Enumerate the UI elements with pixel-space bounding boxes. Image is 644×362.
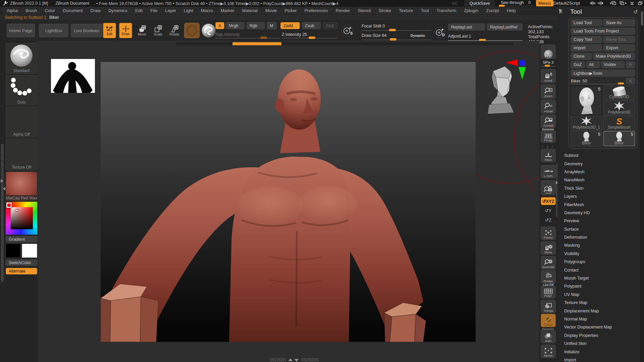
menu-item[interactable]: File — [147, 7, 161, 14]
tool-section-item[interactable]: Contact — [564, 266, 631, 274]
move-3d-button[interactable]: Move — [541, 241, 556, 255]
color-a-button[interactable]: A — [215, 22, 224, 29]
load-tools-from-project-button[interactable]: Load Tools From Project — [571, 28, 635, 35]
menu-item[interactable]: Movie — [262, 7, 280, 14]
frame-button[interactable]: Frame — [541, 227, 556, 240]
rgb-intensity-thumb[interactable] — [260, 37, 267, 39]
tool-section-item[interactable]: Surface — [564, 225, 631, 233]
canvas-bottom-scroll-left[interactable] — [270, 358, 286, 361]
tool-r-button[interactable]: R — [626, 78, 635, 84]
tool-section-item[interactable]: Layers — [564, 192, 631, 200]
m-button[interactable]: M — [267, 22, 277, 29]
make-polymesh3d-button[interactable]: Make PolyMesh3D — [593, 53, 635, 60]
adjust-last-slider[interactable]: AdjustLast 1 — [448, 33, 523, 41]
menu-item[interactable]: Picker — [281, 7, 300, 14]
material-sphere[interactable] — [202, 23, 216, 38]
solo-button[interactable]: Solo — [541, 330, 556, 343]
minimize-icon[interactable] — [630, 1, 634, 6]
menu-item[interactable]: Zscript — [483, 7, 502, 14]
transparency-button[interactable]: Transp — [541, 300, 556, 313]
xpose-button[interactable]: Xpose — [541, 345, 556, 358]
focal-shift-slider[interactable]: Focal Shift 0 — [362, 23, 432, 31]
menu-item[interactable]: Marker — [217, 7, 237, 14]
main-color-swatch[interactable] — [6, 244, 20, 258]
left-strip-left-arrow[interactable] — [1, 187, 5, 190]
tool-section-item[interactable]: Subtool — [564, 152, 631, 160]
clone-button[interactable]: Clone — [571, 53, 592, 60]
mrgb-button[interactable]: Mrgb — [226, 22, 245, 29]
menu-item[interactable]: Stencil — [354, 7, 374, 14]
rgb-intensity-slider[interactable]: Rgb Intensity — [215, 31, 280, 39]
tool-section-item[interactable]: Normal Map — [564, 315, 631, 323]
menu-item[interactable]: Light — [180, 7, 197, 14]
material-selector[interactable]: MatCap Red Wax — [6, 172, 37, 201]
zadd-button[interactable]: Zadd — [280, 22, 300, 29]
tool-section-item[interactable]: NanoMesh — [564, 176, 631, 184]
lightbox-button[interactable]: LightBox — [39, 24, 68, 37]
local-symmetry-button[interactable]: L.Sym — [541, 165, 556, 178]
floor-button[interactable]: Floor — [541, 149, 556, 162]
menu-item[interactable]: Layer — [162, 7, 179, 14]
camera-lock-button[interactable] — [541, 180, 556, 195]
tool-thumb-polymesh3d[interactable]: PolyMesh3D — [603, 101, 635, 115]
scrub-left-icon[interactable] — [588, 1, 596, 6]
goz-r-button[interactable]: R — [626, 61, 635, 68]
scroll-button[interactable]: Scroll — [541, 69, 556, 83]
see-through-slider[interactable]: See-through 0 — [499, 0, 534, 7]
menu-item[interactable]: Alpha — [3, 7, 21, 14]
menu-item[interactable]: Macro — [198, 7, 216, 14]
tool-section-item[interactable]: Deformation — [564, 233, 631, 241]
tool-section-item[interactable]: Vector Displacement Map — [564, 323, 631, 331]
polyframe-button[interactable]: PolyF — [541, 286, 556, 298]
replay-last-rel-button[interactable]: ReplayLastRel — [487, 23, 523, 31]
stroke-selector[interactable]: Dots — [6, 75, 37, 105]
tool-section-item[interactable]: Displacement Map — [564, 307, 631, 315]
menu-item[interactable]: Color — [41, 7, 58, 14]
home-page-button[interactable]: Home Page — [7, 24, 35, 37]
stroke-preview[interactable] — [184, 23, 200, 38]
history-icon[interactable]: ↺ — [633, 9, 638, 15]
canvas-scroll-down-arrow[interactable] — [294, 359, 299, 362]
paste-tool-button[interactable]: Paste Tool — [603, 36, 635, 43]
goz-visible-button[interactable]: Visible — [601, 61, 625, 68]
z-intensity-slider[interactable]: Z Intensity 25 — [282, 31, 337, 39]
scale-button[interactable]: S Scale — [152, 23, 164, 38]
canvas-bottom-scroll-right[interactable] — [301, 358, 319, 361]
menu-item[interactable]: Edit — [132, 7, 146, 14]
rgb-button[interactable]: Rgb — [247, 22, 265, 29]
rotate-button[interactable]: R Rotate — [168, 23, 181, 38]
tool-section-item[interactable]: FiberMesh — [564, 200, 631, 208]
tool-thumb-biker-3[interactable]: 5 Biker — [603, 131, 635, 146]
menu-item[interactable]: Document — [59, 7, 86, 14]
canvas-area[interactable] — [38, 41, 539, 362]
switchcolor-button[interactable]: SwitchColor — [6, 259, 37, 266]
sculpt-model[interactable] — [101, 62, 476, 342]
menu-item[interactable]: Help — [503, 7, 519, 14]
replay-last-button[interactable]: ReplayLast — [448, 23, 485, 31]
copy-tool-button[interactable]: Copy Tool — [571, 36, 602, 43]
tool-section-item[interactable]: Unified Skin — [564, 340, 631, 348]
default-zscript-button[interactable]: DefaultZScript — [553, 1, 580, 6]
brush-selector[interactable]: Standard — [6, 43, 37, 74]
left-strip-right-arrow[interactable] — [1, 179, 5, 183]
nav-gizmo[interactable] — [476, 44, 539, 191]
color-picker[interactable] — [6, 202, 37, 235]
color-picker-cursor[interactable] — [16, 209, 18, 212]
panel-scrollbar-thumb[interactable] — [641, 11, 643, 25]
tool-section-item[interactable]: Thick Skin — [564, 184, 631, 192]
gradient-button[interactable]: Gradient — [6, 236, 37, 242]
tool-slider[interactable]: Biker. 50 — [571, 78, 625, 84]
ghost-button[interactable]: Ghost — [541, 314, 556, 327]
secondary-color-swatch[interactable] — [22, 244, 37, 258]
tool-section-item[interactable]: Initialize — [564, 348, 631, 356]
menus-button[interactable]: Menus — [536, 0, 553, 6]
tool-section-item[interactable]: Morph Target — [564, 274, 631, 282]
alternate-button[interactable]: Alternate — [6, 268, 37, 275]
texture-selector[interactable]: Texture Off — [6, 139, 37, 170]
save-as-button[interactable]: Save As — [603, 19, 635, 26]
tool-section-item[interactable]: Geometry HD — [564, 209, 631, 217]
sculptris-pro-button[interactable]: S — [341, 25, 354, 37]
tool-thumb-biker-2[interactable]: 5 Biker — [571, 131, 602, 146]
move-button[interactable]: M Move — [136, 23, 148, 38]
zoom3d-button[interactable]: Zoom3D — [541, 256, 556, 269]
